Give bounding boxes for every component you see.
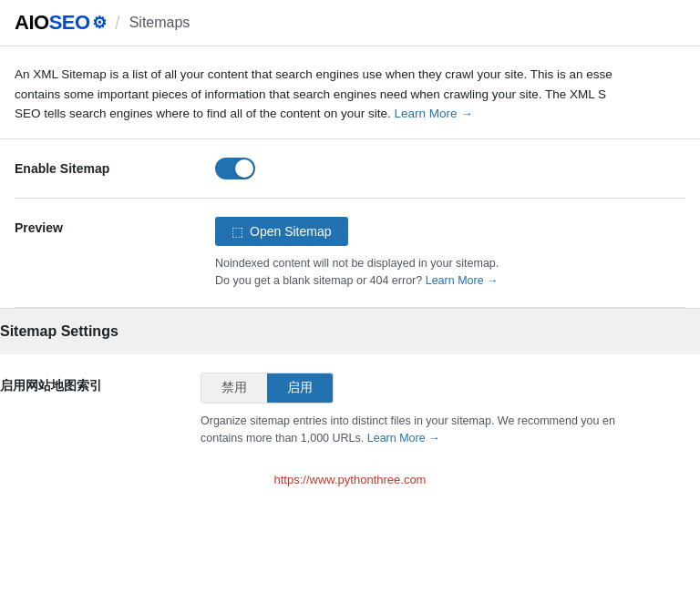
preview-label: Preview xyxy=(15,217,215,235)
desc-line2: contains some important pieces of inform… xyxy=(15,87,606,101)
description-learn-more-link[interactable]: Learn More → xyxy=(395,107,473,120)
aioseo-logo: AIOSEO⚙ xyxy=(15,11,106,35)
index-setting-row: 启用网站地图索引 禁用 启用 Organize sitemap entries … xyxy=(0,354,700,465)
enable-sitemap-row: Enable Sitemap xyxy=(15,139,685,199)
index-label: 启用网站地图索引 xyxy=(0,373,201,394)
sitemap-settings-title: Sitemap Settings xyxy=(0,323,118,339)
preview-learn-more-link[interactable]: Learn More → xyxy=(426,274,499,287)
desc-line3: SEO tells search engines where to find a… xyxy=(15,107,391,120)
sitemap-settings-section: Sitemap Settings xyxy=(0,308,700,354)
main-content: An XML Sitemap is a list of all your con… xyxy=(0,46,700,308)
preview-note-line1: Noindexed content will not be displayed … xyxy=(215,257,499,270)
index-control: 禁用 启用 Organize sitemap entries into dist… xyxy=(201,373,700,447)
organize-note: Organize sitemap entries into distinct f… xyxy=(201,413,700,447)
description-paragraph: An XML Sitemap is a list of all your con… xyxy=(15,65,685,124)
logo-aio-text: AIO xyxy=(15,11,49,35)
external-link-icon: ⬚ xyxy=(232,224,243,239)
organize-learn-more-link[interactable]: Learn More → xyxy=(367,432,440,445)
page-wrapper: AIOSEO⚙ / Sitemaps An XML Sitemap is a l… xyxy=(0,0,700,593)
enable-button[interactable]: 启用 xyxy=(267,373,333,403)
enable-sitemap-label: Enable Sitemap xyxy=(15,158,215,176)
logo-seo-text: SEO xyxy=(49,11,90,35)
toggle-wrapper xyxy=(215,158,685,179)
open-sitemap-button[interactable]: ⬚ Open Sitemap xyxy=(215,217,348,246)
header: AIOSEO⚙ / Sitemaps xyxy=(0,0,700,46)
watermark: https://www.pythonthree.com xyxy=(0,465,700,494)
preview-note: Noindexed content will not be displayed … xyxy=(215,255,685,290)
open-sitemap-label: Open Sitemap xyxy=(250,224,332,239)
enable-disable-btn-group: 禁用 启用 xyxy=(201,373,334,404)
settings-content: 启用网站地图索引 禁用 启用 Organize sitemap entries … xyxy=(0,354,700,465)
header-divider: / xyxy=(115,13,120,34)
toggle-thumb xyxy=(235,159,253,178)
enable-sitemap-toggle[interactable] xyxy=(215,158,255,179)
organize-note-line2: contains more than 1,000 URLs. xyxy=(201,432,364,445)
page-title: Sitemaps xyxy=(129,15,190,31)
organize-note-line1: Organize sitemap entries into distinct f… xyxy=(201,414,615,427)
enable-sitemap-control xyxy=(215,158,685,179)
gear-icon: ⚙ xyxy=(92,13,107,33)
disable-button[interactable]: 禁用 xyxy=(201,373,267,403)
preview-control: ⬚ Open Sitemap Noindexed content will no… xyxy=(215,217,685,290)
preview-row: Preview ⬚ Open Sitemap Noindexed content… xyxy=(15,199,685,309)
watermark-link[interactable]: https://www.pythonthree.com xyxy=(274,473,427,486)
desc-line1: An XML Sitemap is a list of all your con… xyxy=(15,67,612,81)
preview-note-line2: Do you get a blank sitemap or 404 error? xyxy=(215,274,422,287)
